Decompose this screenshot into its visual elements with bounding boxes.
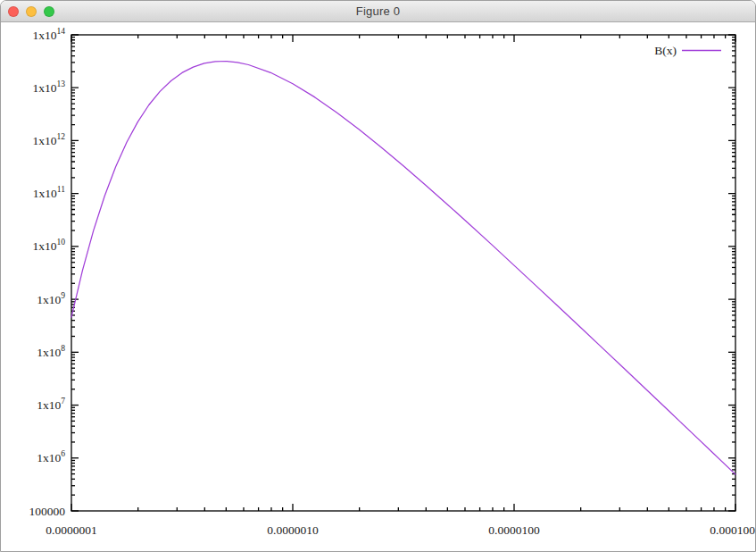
- y-tick-labels: 1000001x1061x1071x1081x1091x10101x10111x…: [29, 27, 66, 518]
- legend-label: B(x): [654, 44, 677, 57]
- x-tick-label: 0.0000001: [46, 523, 96, 537]
- y-tick-label: 1x106: [37, 449, 65, 464]
- titlebar[interactable]: Figure 0: [1, 1, 755, 22]
- y-tick-label: 1x1011: [33, 185, 65, 200]
- y-tick-label: 1x109: [37, 291, 65, 306]
- y-tick-label: 1x1012: [33, 132, 66, 147]
- y-tick-label: 1x1014: [33, 27, 66, 42]
- zoom-button[interactable]: [44, 6, 54, 17]
- window-title: Figure 0: [356, 4, 400, 18]
- x-tick-label: 0.0001000: [710, 523, 756, 537]
- y-tick-label: 1x1010: [33, 238, 66, 253]
- plot-area: 0.00000010.00000100.00001000.00010001000…: [1, 22, 756, 552]
- y-tick-label: 1x1013: [33, 79, 66, 95]
- x-tick-label: 0.0000010: [267, 523, 319, 537]
- legend: B(x): [654, 44, 721, 57]
- plot-border: [71, 35, 735, 511]
- traffic-lights: [8, 1, 54, 21]
- axes: [71, 35, 735, 511]
- x-tick-labels: 0.00000010.00000100.00001000.0001000: [46, 523, 756, 537]
- y-tick-label: 1x107: [37, 397, 65, 412]
- series-line-bx: [71, 62, 735, 475]
- y-tick-label: 100000: [29, 505, 66, 518]
- figure-window: Figure 0 0.00000010.00000100.00001000.00…: [0, 0, 756, 552]
- x-tick-label: 0.0000100: [488, 523, 540, 537]
- chart-canvas: 0.00000010.00000100.00001000.00010001000…: [1, 22, 756, 552]
- close-button[interactable]: [8, 6, 19, 17]
- minimize-button[interactable]: [26, 6, 37, 17]
- y-tick-label: 1x108: [37, 344, 65, 359]
